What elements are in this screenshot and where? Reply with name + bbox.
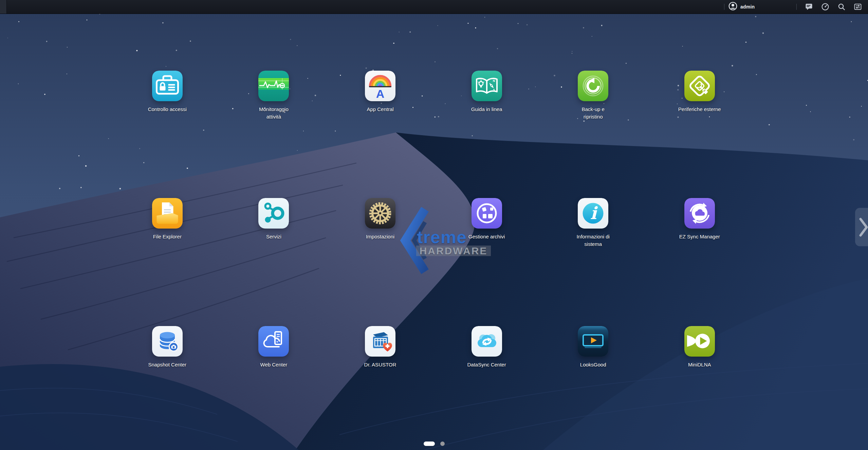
app-label: Monitoraggio attività [252,106,295,121]
app-label: Snapshot Center [148,361,187,368]
app-label: LooksGood [580,361,606,368]
app-services[interactable]: Servizi [221,198,327,248]
app-row-2: File Explorer Servizi [114,198,753,248]
app-label: Gestione archivi [468,233,505,240]
app-row-3: Snapshot Center Web Center [114,326,753,368]
app-label: App Central [367,106,393,113]
app-label: Guida in linea [471,106,502,113]
system-info-icon: i [578,198,608,229]
app-external-devices[interactable]: Periferiche esterne [646,71,753,121]
preferences-button[interactable] [850,0,866,14]
compass-n-letter: N [493,79,495,83]
app-label: File Explorer [153,233,182,240]
page-dot-active[interactable] [424,442,435,446]
user-menu[interactable]: admin [728,2,792,12]
topbar-right-cluster: admin [720,0,866,14]
app-label: EZ Sync Manager [679,233,720,240]
app-label: Periferiche esterne [678,106,721,113]
looksgood-icon [578,326,608,357]
activity-monitor-button[interactable] [817,0,833,14]
dr-asustor-icon [365,326,395,357]
app-row-1: Controllo accessi [114,71,753,121]
topbar: admin [0,0,868,14]
app-system-info[interactable]: i Informazioni di sistema [540,198,646,248]
app-datasync-center[interactable]: DataSync Center [433,326,540,368]
app-app-central[interactable]: A App Central [327,71,433,121]
page-dot-inactive[interactable] [440,442,445,446]
datasync-center-icon [472,326,502,357]
notifications-button[interactable] [801,0,817,14]
app-minidlna[interactable]: MiniDLNA [646,326,753,368]
backup-restore-icon [578,71,608,101]
web-center-icon [258,326,289,357]
desktop: Controllo accessi [0,14,868,450]
next-page-button[interactable] [855,208,868,246]
chevron-right-icon [858,215,868,239]
search-button[interactable] [833,0,850,14]
app-label: Web Center [260,361,288,368]
app-central-icon: A [365,71,395,101]
services-icon [258,198,289,229]
topbar-divider [724,4,724,10]
app-online-help[interactable]: N S Guida in linea [433,71,540,121]
activity-gauge-icon [821,3,829,11]
user-avatar-icon [728,2,737,12]
app-web-center[interactable]: Web Center [221,326,327,368]
app-looksgood[interactable]: LooksGood [540,326,646,368]
ez-sync-manager-icon [684,198,715,229]
page-indicator [424,442,445,446]
app-central-letter: A [376,87,385,100]
app-access-control[interactable]: Controllo accessi [114,71,221,121]
app-label: Servizi [266,233,281,240]
compass-s-letter: S [493,88,495,92]
access-control-icon [152,71,183,101]
online-help-icon: N S [472,71,502,101]
app-settings[interactable]: Impostazioni [327,198,433,248]
activity-monitor-icon [258,71,289,101]
settings-gear-icon [365,198,395,229]
snapshot-center-icon [152,326,183,357]
app-activity-monitor[interactable]: Monitoraggio attività [221,71,327,121]
storage-manager-icon [472,198,502,229]
app-label: Informazioni di sistema [572,233,614,248]
topbar-left-pad [0,0,7,14]
app-backup-restore[interactable]: Back-up e ripristino [540,71,646,121]
app-storage-manager[interactable]: Gestione archivi [433,198,540,248]
app-file-explorer[interactable]: File Explorer [114,198,221,248]
external-devices-icon [684,71,715,101]
app-label: Dr. ASUSTOR [364,361,396,368]
app-label: Back-up e ripristino [572,106,614,121]
app-ez-sync-manager[interactable]: EZ Sync Manager [646,198,753,248]
notifications-message-icon [805,3,813,11]
preferences-sliders-icon [854,3,862,11]
app-label: MiniDLNA [688,361,711,368]
app-snapshot-center[interactable]: Snapshot Center [114,326,221,368]
user-name-label: admin [740,4,755,10]
app-label: DataSync Center [467,361,506,368]
file-explorer-icon [152,198,183,229]
search-icon [837,3,846,11]
app-label: Controllo accessi [148,106,187,113]
topbar-divider [796,4,797,10]
minidlna-icon [684,326,715,357]
app-dr-asustor[interactable]: Dr. ASUSTOR [327,326,433,368]
app-label: Impostazioni [366,233,394,240]
